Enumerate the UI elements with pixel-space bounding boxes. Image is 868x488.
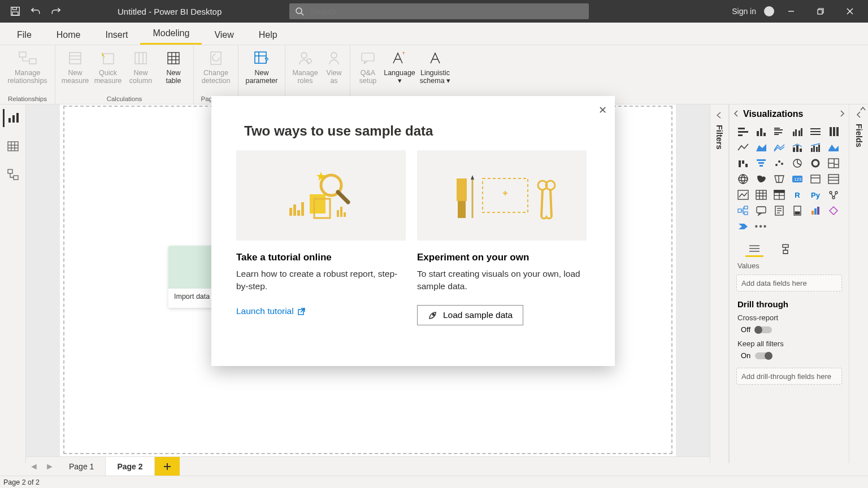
vis-shape-map-icon[interactable] xyxy=(771,172,787,186)
svg-rect-111 xyxy=(744,206,748,209)
cross-report-toggle[interactable] xyxy=(755,326,772,333)
tutorial-heading: Take a tutorial online xyxy=(236,241,406,268)
save-icon[interactable] xyxy=(10,6,20,16)
expand-right-icon[interactable] xyxy=(839,109,845,119)
vis-area-icon[interactable] xyxy=(753,141,769,154)
close-button[interactable] xyxy=(837,0,862,23)
cmd-language[interactable]: ᵀLanguage▾ xyxy=(382,47,417,85)
launch-tutorial-link[interactable]: Launch tutorial xyxy=(236,293,306,316)
vis-donut-icon[interactable] xyxy=(808,156,823,170)
vis-funnel-icon[interactable] xyxy=(753,156,769,170)
load-sample-data-button[interactable]: Load sample data xyxy=(417,305,523,325)
svg-rect-49 xyxy=(760,128,762,136)
svg-rect-9 xyxy=(19,52,26,57)
visualizations-pane: Visualizations 123 R P xyxy=(729,104,849,463)
svg-point-78 xyxy=(775,164,778,166)
vis-100stacked-bar-icon[interactable] xyxy=(808,125,823,138)
vis-clustered-column-icon[interactable] xyxy=(789,125,805,138)
cmd-new-table[interactable]: Newtable xyxy=(157,47,190,85)
tab-view[interactable]: View xyxy=(202,25,246,45)
search-box[interactable] xyxy=(289,3,589,19)
cmd-new-parameter[interactable]: ?Newparameter xyxy=(242,47,281,85)
page-next-icon[interactable]: ► xyxy=(42,457,58,476)
vis-powerapps-icon[interactable] xyxy=(826,204,841,217)
tab-file[interactable]: File xyxy=(6,25,44,45)
drillthrough-field-well[interactable]: Add drill-through fields here xyxy=(736,368,842,385)
vis-stacked-column-icon[interactable] xyxy=(753,125,769,138)
tab-home[interactable]: Home xyxy=(44,25,93,45)
vis-arcgis-icon[interactable] xyxy=(808,204,823,217)
vis-py-icon[interactable]: Py xyxy=(808,188,823,202)
vis-clustered-bar-icon[interactable] xyxy=(771,125,787,138)
vis-card-icon[interactable] xyxy=(808,172,823,186)
vis-more-icon[interactable]: ••• xyxy=(753,220,769,233)
fields-well-tab[interactable] xyxy=(745,242,763,257)
drill-through-title: Drill through xyxy=(733,294,845,311)
svg-rect-45 xyxy=(738,128,745,129)
data-view-icon[interactable] xyxy=(4,137,22,155)
vis-100stacked-column-icon[interactable] xyxy=(826,125,841,138)
cmd-linguistic-schema[interactable]: Linguisticschema ▾ xyxy=(417,47,453,85)
svg-rect-110 xyxy=(738,209,741,212)
tutorial-illustration xyxy=(236,150,406,241)
vis-table-icon[interactable] xyxy=(771,188,787,202)
svg-rect-48 xyxy=(757,131,759,136)
values-field-well[interactable]: Add data fields here xyxy=(736,274,842,291)
filters-pane-collapsed[interactable]: Filters xyxy=(710,104,729,463)
vis-multirow-card-icon[interactable] xyxy=(826,172,841,186)
keep-filters-toggle[interactable] xyxy=(755,352,772,359)
svg-rect-2 xyxy=(12,12,18,15)
page-tab-1[interactable]: Page 1 xyxy=(58,457,106,476)
svg-rect-76 xyxy=(758,162,764,164)
collapse-left-icon[interactable] xyxy=(733,109,740,119)
vis-automate-icon[interactable] xyxy=(735,220,751,233)
format-well-tab[interactable] xyxy=(777,242,795,257)
vis-map-icon[interactable] xyxy=(735,172,751,186)
vis-ribbon-icon[interactable] xyxy=(826,141,841,154)
vis-treemap-icon[interactable] xyxy=(826,156,841,170)
fields-pane-collapsed[interactable]: Fields xyxy=(849,104,868,463)
model-view-icon[interactable] xyxy=(4,165,22,184)
vis-line-clustered-column-icon[interactable] xyxy=(808,141,823,154)
svg-rect-71 xyxy=(818,145,820,152)
vis-filled-map-icon[interactable] xyxy=(753,172,769,186)
vis-gauge-icon[interactable]: 123 xyxy=(789,172,805,186)
sign-in-link[interactable]: Sign in xyxy=(732,7,756,16)
add-page-button[interactable] xyxy=(155,457,180,476)
maximize-button[interactable] xyxy=(808,0,833,23)
vis-stacked-bar-icon[interactable] xyxy=(735,125,751,138)
redo-icon[interactable] xyxy=(51,6,61,16)
page-tab-2[interactable]: Page 2 xyxy=(106,457,154,476)
tutorial-desc: Learn how to create a robust report, ste… xyxy=(236,268,406,293)
vis-line-icon[interactable] xyxy=(735,141,751,154)
vis-r-icon[interactable]: R xyxy=(789,188,805,202)
svg-rect-55 xyxy=(793,132,795,136)
tab-help[interactable]: Help xyxy=(246,25,290,45)
collapse-ribbon-icon[interactable] xyxy=(859,104,867,115)
tab-modeling[interactable]: Modeling xyxy=(140,24,202,45)
avatar[interactable] xyxy=(764,6,774,16)
vis-waterfall-icon[interactable] xyxy=(735,156,751,170)
vis-kpi-icon[interactable] xyxy=(735,188,751,202)
svg-rect-1 xyxy=(13,7,17,10)
vis-slicer-icon[interactable] xyxy=(753,188,769,202)
dialog-close-button[interactable]: ✕ xyxy=(598,104,607,116)
vis-smart-narrative-icon[interactable] xyxy=(771,204,787,217)
vis-line-stacked-column-icon[interactable] xyxy=(789,141,805,154)
svg-rect-11 xyxy=(70,53,81,64)
minimize-button[interactable] xyxy=(779,0,804,23)
vis-scatter-icon[interactable] xyxy=(771,156,787,170)
tab-insert[interactable]: Insert xyxy=(93,25,140,45)
vis-decomp-tree-icon[interactable] xyxy=(735,204,751,217)
vis-stacked-area-icon[interactable] xyxy=(771,141,787,154)
vis-pie-icon[interactable] xyxy=(789,156,805,170)
search-input[interactable] xyxy=(310,7,583,16)
group-label-calculations: Calculations xyxy=(103,94,146,104)
report-view-icon[interactable] xyxy=(3,109,21,127)
vis-paginated-icon[interactable] xyxy=(789,204,805,217)
experiment-desc: To start creating visuals on your own, l… xyxy=(417,268,587,293)
vis-qa-icon[interactable] xyxy=(753,204,769,217)
vis-key-influencers-icon[interactable] xyxy=(826,188,841,202)
undo-icon[interactable] xyxy=(31,6,41,16)
page-prev-icon[interactable]: ◄ xyxy=(26,457,42,476)
